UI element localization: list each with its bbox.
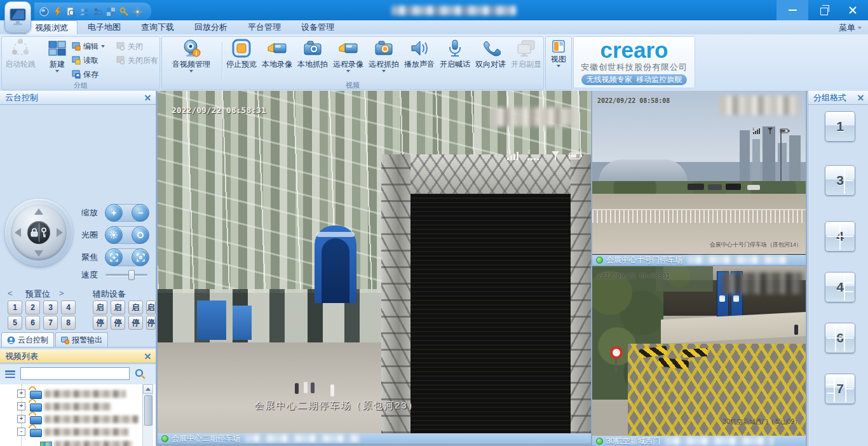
restore-button[interactable] — [808, 0, 837, 20]
read-group-button[interactable]: 读取 — [72, 55, 98, 66]
search-icon[interactable] — [135, 368, 146, 380]
start-talk-button[interactable]: 开启喊话 — [438, 38, 472, 80]
ptz-right-arrow-icon[interactable] — [57, 228, 63, 237]
tree-row[interactable]: + — [0, 400, 140, 412]
scroll-up-button[interactable] — [143, 384, 153, 394]
aux-stop-button-1[interactable]: 停 — [93, 316, 107, 330]
tree-expander[interactable]: - — [17, 428, 25, 436]
tab-e-map[interactable]: 电子地图 — [79, 20, 130, 34]
ptz-down-arrow-icon[interactable] — [34, 250, 43, 257]
layout-button-4[interactable]: 4 — [825, 221, 855, 252]
view-button[interactable]: 视图 — [541, 39, 576, 81]
stop-preview-button[interactable]: 停止预览 — [224, 38, 259, 80]
remote-snapshot-button[interactable]: 远程抓拍 — [367, 38, 401, 80]
hamburger-menu-icon[interactable] — [5, 370, 15, 378]
ptz-center[interactable] — [27, 221, 50, 244]
tree-expander[interactable]: + — [17, 402, 25, 410]
scrollbar-thumb[interactable] — [144, 395, 153, 426]
zoom-in-button[interactable]: + — [105, 204, 123, 222]
local-snapshot-label: 本地抓拍 — [297, 59, 328, 70]
minimize-button[interactable] — [776, 0, 808, 20]
ptz-left-arrow-icon[interactable] — [15, 228, 21, 237]
search-input[interactable] — [20, 367, 130, 380]
play-sound-button[interactable]: 播放声音 — [402, 38, 437, 80]
preset-prev-button[interactable]: < — [8, 288, 13, 298]
new-group-button[interactable]: 新建 — [40, 38, 74, 80]
av-manage-button[interactable]: i 音视频管理 — [165, 38, 218, 80]
preset-button-3[interactable]: 3 — [43, 301, 58, 314]
ptz-joystick-ring[interactable] — [11, 205, 67, 260]
remote-record-button[interactable]: 远程录像 — [331, 38, 365, 80]
aux-stop-button-2[interactable]: 停 — [111, 316, 125, 330]
tab-video-browse[interactable]: 视频浏览 — [25, 20, 78, 35]
group-format-close-icon[interactable] — [858, 95, 864, 100]
layout-button-3[interactable]: 3 — [825, 165, 855, 196]
iris-open-button[interactable] — [105, 226, 123, 244]
key-icon[interactable] — [119, 7, 129, 17]
preset-button-8[interactable]: 8 — [61, 316, 76, 330]
zoom-out-button[interactable]: − — [132, 204, 149, 222]
layout-button-1[interactable]: 1 — [825, 111, 855, 142]
layout-button-6[interactable]: 6 — [825, 323, 855, 353]
video-list-title: 视频列表 — [5, 351, 38, 362]
two-way-intercom-button[interactable]: 双向对讲 — [473, 38, 508, 80]
video-feed-3[interactable]: 2022/09/22 08:58:31 30航空新城西门（蜀山09） 30航空新… — [592, 266, 806, 446]
tree-row-channel[interactable] — [0, 438, 140, 446]
local-record-button[interactable]: 本地录像 — [260, 38, 294, 80]
tab-playback-analysis[interactable]: 回放分析 — [186, 20, 236, 34]
aux-start-button-1[interactable]: 启 — [93, 301, 107, 314]
tab-ptz-control[interactable]: 云台控制 — [1, 332, 54, 347]
gear-icon[interactable] — [133, 7, 142, 17]
search-doc-icon[interactable] — [66, 7, 76, 17]
device-tree[interactable]: + + + - - + + - — [0, 384, 156, 446]
speed-slider-thumb[interactable] — [128, 270, 135, 280]
close-button[interactable] — [837, 0, 868, 20]
video-feed-2[interactable]: 2022/09/22 08:58:08 1 会展中心十号门停车场（原包河14） … — [592, 91, 806, 265]
preset-button-7[interactable]: 7 — [43, 316, 58, 330]
focus-far-button[interactable] — [132, 248, 149, 266]
aux-start-button-4[interactable]: 启 — [146, 301, 156, 314]
lightning-icon[interactable] — [53, 7, 62, 17]
tree-row[interactable]: + — [0, 412, 140, 425]
local-snapshot-button[interactable]: 本地抓拍 — [295, 38, 330, 80]
ptz-joystick[interactable] — [5, 199, 72, 266]
globe-icon[interactable] — [39, 7, 49, 17]
layout-button-7[interactable]: 7 — [825, 374, 855, 404]
aux-start-button-3[interactable]: 启 — [128, 301, 143, 314]
focus-near-button[interactable] — [105, 248, 123, 266]
video-feed-1[interactable]: 2022/09/22 08:58:31 1 2 会展中心二期停车场（原包河23）… — [158, 91, 591, 443]
users-icon[interactable] — [79, 7, 89, 17]
preset-button-5[interactable]: 5 — [8, 316, 22, 330]
speed-slider[interactable] — [105, 274, 147, 276]
tab-query-download[interactable]: 查询下载 — [132, 20, 183, 34]
edit-group-button[interactable]: 编辑 — [72, 41, 105, 52]
iris-close-button[interactable] — [132, 226, 149, 244]
find-user-icon[interactable] — [93, 7, 102, 17]
tree-row[interactable]: - — [0, 425, 140, 438]
video-list-close-icon[interactable] — [145, 353, 151, 359]
aux-stop-button-3[interactable]: 停 — [128, 316, 143, 330]
preset-button-2[interactable]: 2 — [25, 301, 40, 314]
menu-button[interactable]: 菜单 — [839, 22, 862, 34]
aux-start-button-2[interactable]: 启 — [111, 301, 125, 314]
layout-button-4b[interactable]: 4 — [825, 272, 855, 302]
preset-button-1[interactable]: 1 — [8, 301, 22, 314]
ptz-up-arrow-icon[interactable] — [34, 208, 43, 215]
tab-alarm-output[interactable]: 报警输出 — [55, 332, 108, 347]
menu-label: 菜单 — [839, 22, 855, 34]
aux-stop-button-4[interactable]: 停 — [146, 316, 156, 330]
preset-button-4[interactable]: 4 — [61, 301, 76, 314]
grid-icon[interactable] — [106, 7, 116, 17]
tree-expander[interactable]: + — [17, 415, 25, 423]
save-group-button[interactable]: 保存 — [72, 69, 98, 80]
preset-button-6[interactable]: 6 — [25, 316, 40, 330]
preset-next-button[interactable]: > — [59, 288, 64, 298]
tree-expander[interactable]: + — [17, 389, 25, 398]
app-logo-button[interactable] — [4, 1, 31, 33]
tab-device-manage[interactable]: 设备管理 — [292, 20, 343, 34]
tree-vertical-scrollbar[interactable] — [142, 384, 153, 446]
tree-row[interactable]: + — [0, 387, 140, 400]
remote-snapshot-label: 远程抓拍 — [369, 59, 399, 70]
tab-platform-manage[interactable]: 平台管理 — [239, 20, 290, 34]
ptz-panel-close-icon[interactable] — [145, 95, 151, 100]
